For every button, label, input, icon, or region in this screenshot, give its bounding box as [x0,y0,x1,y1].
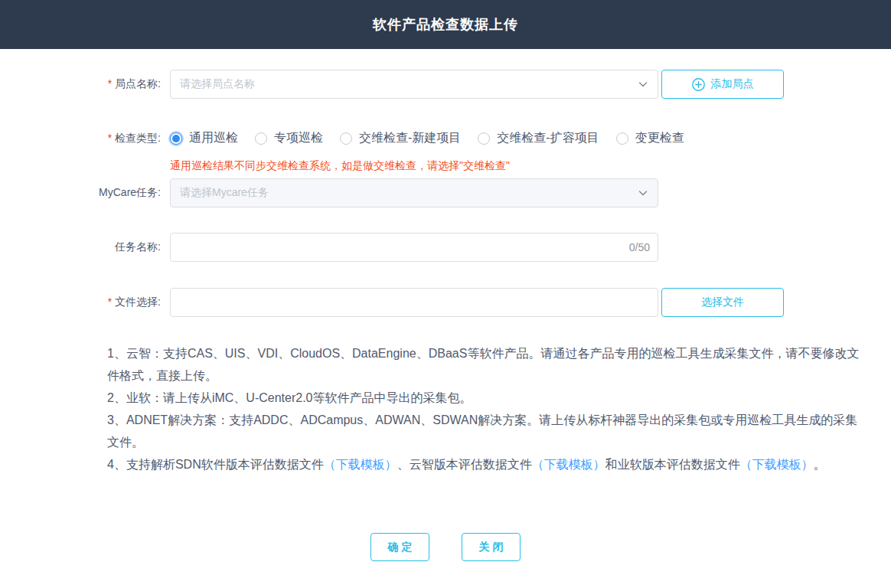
char-counter: 0/50 [629,241,650,253]
radio-special-inspection[interactable]: 专项巡检 [255,130,323,146]
radio-label: 交维检查-新建项目 [359,130,461,146]
site-name-row: *局点名称: 请选择局点名称 添加局点 [0,70,891,99]
radio-icon [255,132,267,145]
task-name-field: 0/50 [170,233,658,262]
radio-general-inspection[interactable]: 通用巡检 [170,130,238,146]
instructions: 1、云智：支持CAS、UIS、VDI、CloudOS、DataEngine、DB… [107,342,868,475]
mycare-task-select[interactable]: 请选择Mycare任务 [170,178,658,207]
required-asterisk: * [108,296,112,308]
file-select-label-text: 文件选择: [115,296,161,308]
site-name-label-text: 局点名称: [115,77,161,90]
footer-actions: 确 定 关 闭 [0,533,891,561]
dialog-header: 软件产品检查数据上传 [0,0,891,49]
required-asterisk: * [108,77,112,90]
choose-file-button-label: 选择文件 [701,296,744,309]
add-site-button-label: 添加局点 [711,77,754,91]
download-template-link-yeruan[interactable]: （下载模板） [740,458,814,471]
download-template-link-sdn[interactable]: （下载模板） [324,458,397,471]
dialog-title: 软件产品检查数据上传 [373,15,518,34]
download-template-link-yunzhi[interactable]: （下载模板） [532,458,605,471]
mycare-task-label: MyCare任务: [0,186,161,200]
instruction-item-3: 3、ADNET解决方案：支持ADDC、ADCampus、ADWAN、SDWAN解… [107,409,868,453]
instruction-item-1: 1、云智：支持CAS、UIS、VDI、CloudOS、DataEngine、DB… [107,342,868,387]
task-name-row: 任务名称: 0/50 [0,233,891,262]
radio-handover-new-project[interactable]: 交维检查-新建项目 [340,130,461,146]
check-type-row: *检查类型: 通用巡检 专项巡检 交维检查-新建项目 交维检查-扩容项目 变更检… [0,130,891,146]
chevron-down-icon [638,79,648,90]
check-type-radio-group: 通用巡检 专项巡检 交维检查-新建项目 交维检查-扩容项目 变更检查 [170,130,701,146]
radio-icon [616,132,628,145]
file-path-field [170,288,658,317]
site-name-placeholder: 请选择局点名称 [180,77,255,91]
instruction-item-4: 4、支持解析SDN软件版本评估数据文件（下载模板）、云智版本评估数据文件（下载模… [107,453,868,475]
radio-change-inspection[interactable]: 变更检查 [616,130,684,146]
required-asterisk: * [108,132,112,144]
file-path-input[interactable] [180,289,648,316]
confirm-button[interactable]: 确 定 [370,533,429,561]
instruction-4-text: 。 [814,458,826,471]
add-site-button[interactable]: 添加局点 [661,70,784,99]
close-button[interactable]: 关 闭 [462,533,521,561]
mycare-task-placeholder: 请选择Mycare任务 [180,186,269,200]
radio-label: 通用巡检 [189,130,238,146]
radio-label: 变更检查 [635,130,684,146]
file-select-row: *文件选择: 选择文件 [0,288,891,317]
check-type-label: *检查类型: [0,132,161,145]
instruction-item-2: 2、业软：请上传从iMC、U-Center2.0等软件产品中导出的采集包。 [107,387,868,409]
task-name-label: 任务名称: [0,240,161,254]
site-name-label: *局点名称: [0,77,161,91]
radio-icon [478,132,490,145]
site-name-select[interactable]: 请选择局点名称 [170,70,658,99]
instruction-4-text: 和业软版本评估数据文件 [605,458,740,471]
file-select-label: *文件选择: [0,296,161,309]
mycare-task-row: MyCare任务: 请选择Mycare任务 [0,178,891,207]
instruction-4-text: 4、支持解析SDN软件版本评估数据文件 [107,458,324,471]
radio-label: 专项巡检 [274,130,323,146]
check-type-warning: 通用巡检结果不同步交维检查系统，如是做交维检查，请选择"交维检查" [170,159,891,173]
plus-circle-icon [692,78,705,91]
choose-file-button[interactable]: 选择文件 [661,288,784,317]
radio-icon [170,132,182,145]
radio-handover-expansion-project[interactable]: 交维检查-扩容项目 [478,130,599,146]
check-type-label-text: 检查类型: [115,132,161,144]
instruction-4-text: 、云智版本评估数据文件 [397,458,532,471]
radio-icon [340,132,352,145]
upload-form: *局点名称: 请选择局点名称 添加局点 *检查类型: 通用巡检 专项巡检 [0,70,891,561]
chevron-down-icon [638,188,648,198]
radio-label: 交维检查-扩容项目 [497,130,599,146]
task-name-input[interactable] [180,234,648,261]
